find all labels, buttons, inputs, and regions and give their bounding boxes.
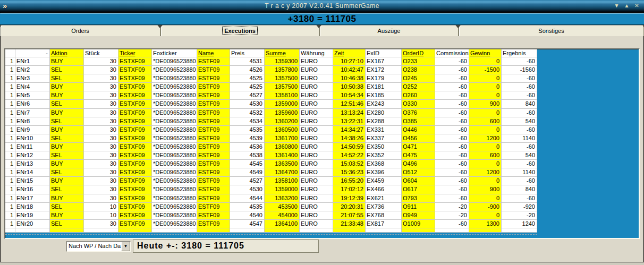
header-cell[interactable]: Ticker: [118, 49, 152, 57]
cell: 30: [84, 194, 118, 203]
cell: 1: [5, 151, 15, 160]
table-row[interactable]: 1ENr16SEL30ESTXF09*DE0096523880ESTF09453…: [5, 185, 537, 194]
table-row[interactable]: 1ENr7BUY30ESTXF09*DE0096523880ESTF094532…: [5, 109, 537, 117]
table-row[interactable]: 1ENr17BUY30ESTXF09*DE0096523880ESTF09454…: [5, 194, 537, 203]
cell: ENr16: [15, 185, 50, 194]
sort-dropdown[interactable]: Nach WP / Nach Da ▼: [66, 241, 131, 252]
cell: O793: [402, 194, 435, 203]
cell: 1140: [502, 168, 537, 177]
tab-auszuege[interactable]: Auszüge: [319, 25, 459, 36]
cell: -60: [502, 143, 537, 151]
cell: 1: [5, 185, 15, 194]
cell: 540: [502, 151, 537, 160]
header-cell[interactable]: [5, 49, 15, 57]
cell: EURO: [300, 100, 333, 108]
table-row[interactable]: 1ENr3SEL30ESTXF09*DE0096523880ESTF094525…: [5, 74, 537, 83]
header-cell[interactable]: Aktion: [50, 49, 84, 57]
cell: 4545: [230, 160, 265, 168]
cell: EURO: [300, 126, 333, 134]
cell: EURO: [300, 143, 333, 151]
table-row[interactable]: 1ENr12SEL30ESTXF09*DE0096523880ESTF09453…: [5, 151, 537, 160]
header-cell[interactable]: Preis: [230, 49, 265, 57]
cell: -20: [502, 211, 537, 220]
cell: *DE0096523880: [152, 160, 197, 168]
cell: 4538: [230, 151, 265, 160]
cell: 0: [469, 211, 502, 220]
cell: EX179: [366, 74, 402, 83]
cell: 0: [469, 57, 502, 66]
table-row[interactable]: 1ENr8SEL30ESTXF09*DE0096523880ESTF094534…: [5, 117, 537, 126]
header-cell[interactable]: Summe: [265, 49, 300, 57]
cell: 16:55:20: [333, 177, 366, 185]
header-cell[interactable]: ExID: [366, 49, 402, 57]
cell: 0: [469, 143, 502, 151]
cell: BUY: [50, 83, 84, 91]
divider: [5, 234, 537, 235]
cell: 1357500: [265, 74, 300, 83]
table-row[interactable]: 1ENr1BUY30ESTXF09*DE0096523880ESTF094531…: [5, 57, 537, 66]
cell: EURO: [300, 160, 333, 168]
cell: 4530: [230, 100, 265, 108]
cell: EX185: [366, 91, 402, 100]
table-row[interactable]: 1ENr6SEL30ESTXF09*DE0096523880ESTF094530…: [5, 100, 537, 108]
cell: 4532: [230, 109, 265, 117]
cell: 1: [5, 143, 15, 151]
close-icon[interactable]: ✕: [633, 2, 640, 9]
table-row[interactable]: 1ENr9BUY30ESTXF09*DE0096523880ESTF094535…: [5, 126, 537, 134]
cell: -60: [502, 126, 537, 134]
cell: ENr10: [15, 134, 50, 143]
table-row[interactable]: 1ENr20SEL30ESTXF09*DE0096523880ESTF09454…: [5, 220, 537, 228]
header-cell[interactable]: Gewinn: [469, 49, 502, 57]
cell: EURO: [300, 168, 333, 177]
cell: 14:34:27: [333, 126, 366, 134]
tab-orders[interactable]: Orders: [0, 25, 160, 36]
cell: 840: [502, 100, 537, 108]
header-cell[interactable]: Währung: [300, 49, 333, 57]
cell: -920: [502, 203, 537, 211]
table-row[interactable]: 1ENr19BUY10ESTXF09*DE0096523880ESTF09454…: [5, 211, 537, 220]
table-row[interactable]: 1ENr13BUY30ESTXF09*DE0096523880ESTF09454…: [5, 160, 537, 168]
cell: ESTXF09: [118, 177, 152, 185]
minimize-icon[interactable]: ▼: [613, 2, 620, 9]
tab-executions[interactable]: Executions: [160, 25, 319, 36]
cell: ESTF09: [197, 203, 230, 211]
tab-sonstiges[interactable]: Sonstiges: [459, 25, 644, 36]
cell: 30: [84, 126, 118, 134]
cell: -60: [502, 57, 537, 66]
header-cell[interactable]: Name: [197, 49, 230, 57]
cell: *DE0096523880: [152, 74, 197, 83]
table-row[interactable]: 1ENr15BUY30ESTXF09*DE0096523880ESTF09452…: [5, 177, 537, 185]
cell: O245: [402, 74, 435, 83]
table-row[interactable]: 1ENr10SEL30ESTXF09*DE0096523880ESTF09453…: [5, 134, 537, 143]
cell: ENr6: [15, 100, 50, 108]
cell: 30: [84, 109, 118, 117]
cell: 30: [84, 117, 118, 126]
table-row[interactable]: 1ENr14SEL30ESTXF09*DE0096523880ESTF09454…: [5, 168, 537, 177]
cell: ESTF09: [197, 66, 230, 74]
table-row[interactable]: 1ENr11BUY30ESTXF09*DE0096523880ESTF09453…: [5, 143, 537, 151]
cell: 1: [5, 74, 15, 83]
header-cell[interactable]: Commissions: [435, 49, 469, 57]
cell: ENr14: [15, 168, 50, 177]
cell: 1: [5, 117, 15, 126]
header-cell[interactable]: -: [15, 49, 50, 57]
cell: -1560: [502, 66, 537, 74]
cell: *DE0096523880: [152, 57, 197, 66]
cell: SEL: [50, 134, 84, 143]
header-cell[interactable]: Stück: [84, 49, 118, 57]
chevron-down-icon[interactable]: ▼: [121, 242, 130, 251]
maximize-icon[interactable]: ▲: [623, 2, 630, 9]
header-cell[interactable]: Foxticker: [152, 49, 197, 57]
table-row[interactable]: 1ENr2SEL30ESTXF09*DE0096523880ESTF094526…: [5, 66, 537, 74]
cell: 0: [469, 109, 502, 117]
table-row[interactable]: 1ENr4BUY30ESTXF09*DE0096523880ESTF094525…: [5, 83, 537, 91]
table-row[interactable]: 1ENr18SEL10ESTXF09*DE0096523880ESTF09453…: [5, 203, 537, 211]
cell: SEL: [50, 185, 84, 194]
table-row[interactable]: 1ENr5BUY30ESTXF09*DE0096523880ESTF094527…: [5, 91, 537, 100]
header-cell[interactable]: OrderID: [402, 49, 435, 57]
cell: EX172: [366, 66, 402, 74]
cell: O617: [402, 185, 435, 194]
header-cell[interactable]: Ergebnis: [502, 49, 537, 57]
header-cell[interactable]: Zeit: [333, 49, 366, 57]
cell: 13:22:31: [333, 117, 366, 126]
